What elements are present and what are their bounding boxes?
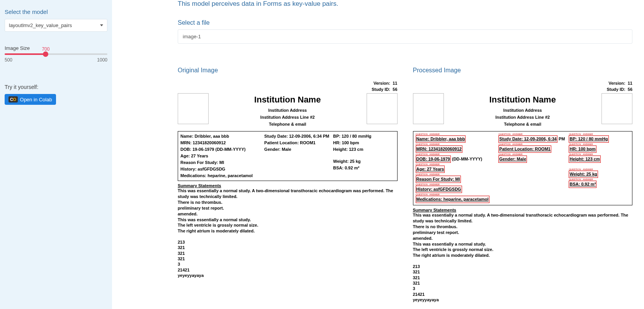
model-subtitle: This model perceives data in Forms as ke… [178, 0, 632, 8]
image-size-slider[interactable]: 700 [5, 53, 107, 55]
image-size-label: Image Size [5, 45, 107, 51]
try-label: Try it yourself: [5, 84, 107, 90]
colab-icon: CO [8, 96, 18, 102]
file-select-heading: Select a file [178, 19, 632, 26]
slider-max: 1000 [97, 57, 107, 63]
model-select-value: layoutlmv2_key_value_pairs [9, 22, 72, 28]
processed-panel: Processed Image Version: 11Study ID: 56I… [413, 67, 633, 302]
file-select-value: image-1 [183, 34, 201, 39]
file-select[interactable]: image-1 [178, 29, 632, 44]
main-content: This model perceives data in Forms as ke… [112, 0, 644, 309]
processed-heading: Processed Image [413, 67, 633, 74]
original-heading: Original Image [178, 67, 398, 74]
processed-document: Version: 11Study ID: 56Institution NameI… [413, 81, 633, 302]
logo-placeholder-right [602, 93, 632, 124]
original-panel: Original Image Version: 11Study ID: 56In… [178, 67, 398, 302]
logo-placeholder-right [367, 93, 398, 124]
sidebar: Select the model layoutlmv2_key_value_pa… [0, 0, 112, 309]
logo-placeholder-left [413, 93, 444, 124]
model-heading: Select the model [5, 9, 107, 15]
chevron-down-icon [100, 24, 103, 26]
model-select[interactable]: layoutlmv2_key_value_pairs [5, 19, 107, 32]
original-document: Version: 11Study ID: 56Institution NameI… [178, 81, 398, 278]
colab-label: Open in Colab [20, 97, 52, 102]
logo-placeholder-left [178, 93, 209, 124]
slider-min: 500 [5, 57, 12, 63]
slider-value: 700 [42, 46, 49, 52]
open-in-colab-button[interactable]: CO Open in Colab [5, 94, 56, 105]
